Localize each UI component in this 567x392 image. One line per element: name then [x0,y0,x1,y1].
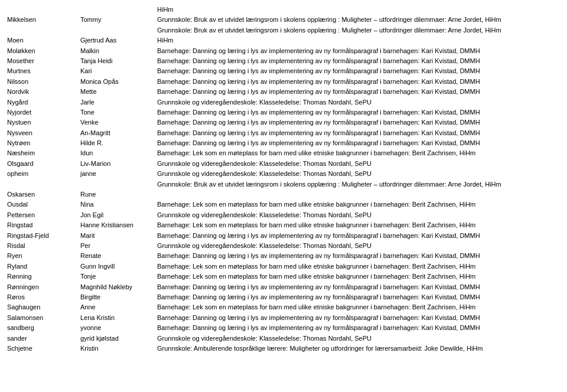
firstname-cell: Mette [78,87,155,96]
table-row: SaghaugenAnneBarnehage: Lek som en møtep… [7,302,560,312]
description-cell: Barnehage: Danning og læring i lys av im… [155,57,560,66]
description-cell: Barnehage: Danning og læring i lys av im… [155,324,560,332]
firstname-cell: Gunn Ingvill [78,262,155,271]
lastname-cell: Moløkken [7,47,78,55]
description-cell: HiHm [155,36,560,45]
description-cell: Grunnskole og videregående­skole: Klasse… [155,98,560,107]
table-row: opheimjanneGrunnskole og videregående­sk… [7,169,560,179]
description-cell [155,190,560,199]
firstname-cell: An-Magritt [78,129,155,138]
table-row: MoenGjertrud AasHiHm [7,35,560,45]
firstname-cell: gyrid kjølstad [78,334,155,343]
firstname-cell: yvonne [78,324,155,332]
lastname-cell: Moen [7,36,78,45]
firstname-cell: Marit [78,231,155,240]
description-cell: Barnehage: Lek som en møteplass for barn… [155,200,560,209]
description-cell: Barnehage: Danning og læring i lys av im… [155,313,560,322]
description-cell: Barnehage: Lek som en møteplass for barn… [155,303,560,312]
description-cell: Barnehage: Danning og læring i lys av im… [155,139,560,148]
lastname-cell: Røros [7,293,78,302]
firstname-cell: Renate [78,251,155,260]
table-row: NytrøenHilde R.Barnehage: Danning og lær… [7,138,560,148]
table-row: Ringstad-FjeldMaritBarnehage: Danning og… [7,231,560,241]
firstname-cell: Magnhild Nøkleby [78,283,155,292]
table-row: RyenRenateBarnehage: Danning og læring i… [7,251,560,261]
lastname-cell: Nystuen [7,118,78,127]
firstname-cell: Hilde R. [78,139,155,148]
description-cell: Barnehage: Lek som en møteplass for barn… [155,221,560,230]
table-row: OskarsenRune [7,190,560,200]
lastname-cell: sander [7,334,78,343]
description-cell: Grunnskole: Bruk av et utvidet læringsro… [155,26,560,35]
table-row: NæsheimIdunBarnehage: Lek som en møtepla… [7,148,560,158]
description-cell: Barnehage: Danning og læring i lys av im… [155,87,560,96]
firstname-cell: Tone [78,108,155,117]
table-row: sandergyrid kjølstadGrunnskole og videre… [7,334,560,344]
firstname-cell: Tonje [78,272,155,281]
lastname-cell: Mikkelsen [7,15,78,24]
table-row: HiHm [7,5,560,15]
table-row: sandbergyvonneBarnehage: Danning og læri… [7,323,560,333]
lastname-cell: Nyjordet [7,108,78,117]
firstname-cell: Idun [78,149,155,158]
description-cell: Grunnskole og videregående­skole: Klasse… [155,211,560,220]
lastname-cell: Pettersen [7,211,78,220]
description-cell: Barnehage: Danning og læring i lys av im… [155,118,560,127]
lastname-cell: opheim [7,169,78,178]
firstname-cell [78,180,155,189]
lastname-cell: Schjetne [7,344,78,353]
firstname-cell: Venke [78,118,155,127]
lastname-cell: Saghaugen [7,303,78,312]
lastname-cell: Ryen [7,251,78,260]
description-cell: HiHm [155,5,560,14]
lastname-cell [7,26,78,35]
description-cell: Barnehage: Danning og læring i lys av im… [155,77,560,86]
table-row: MosetherTanja HeidiBarnehage: Danning og… [7,56,560,66]
description-cell: Barnehage: Danning og læring i lys av im… [155,293,560,302]
lastname-cell: Rønningen [7,283,78,292]
firstname-cell: Gjertrud Aas [78,36,155,45]
description-cell: Barnehage: Lek som en møteplass for barn… [155,272,560,281]
table-row: MurtnesKariBarnehage: Danning og læring … [7,66,560,76]
description-cell: Barnehage: Lek som en møteplass for barn… [155,262,560,271]
table-row: MikkelsenTommyGrunnskole: Bruk av et utv… [7,15,560,25]
lastname-cell: Rønning [7,272,78,281]
table-row: SchjetneKristinGrunnskole: Ambulerende t… [7,344,560,354]
table-row: NordvikMetteBarnehage: Danning og læring… [7,87,560,97]
table-row: RønningTonjeBarnehage: Lek som en møtepl… [7,272,560,282]
table-row: NygårdJarleGrunnskole og videregående­sk… [7,97,560,107]
description-cell: Grunnskole: Bruk av et utvidet læringsro… [155,180,560,189]
lastname-cell: Ringstad [7,221,78,230]
table-row: RønningenMagnhild NøklebyBarnehage: Dann… [7,282,560,292]
description-cell: Grunnskole og videregående­skole: Klasse… [155,334,560,343]
table-row: NyjordetToneBarnehage: Danning og læring… [7,107,560,117]
table-row: PettersenJon EgilGrunnskole og videregåe… [7,210,560,220]
description-cell: Barnehage: Danning og læring i lys av im… [155,283,560,292]
lastname-cell: sandberg [7,324,78,332]
lastname-cell: Nytrøen [7,139,78,148]
table-row: Grunnskole: Bruk av et utvidet læringsro… [7,179,560,190]
lastname-cell: Ryland [7,262,78,271]
description-cell: Barnehage: Danning og læring i lys av im… [155,251,560,260]
lastname-cell: Risdal [7,241,78,250]
description-cell: Barnehage: Danning og læring i lys av im… [155,67,560,76]
table-row: NysveenAn-MagrittBarnehage: Danning og l… [7,128,560,138]
description-cell: Grunnskole og videregående­skole: Klasse… [155,159,560,168]
participants-table: HiHmMikkelsenTommyGrunnskole: Bruk av et… [7,5,560,354]
description-cell: Grunnskole og videregående­skole: Klasse… [155,169,560,178]
firstname-cell: janne [78,169,155,178]
firstname-cell: Malkin [78,47,155,55]
table-row: OusdalNinaBarnehage: Lek som en møteplas… [7,200,560,210]
firstname-cell: Tommy [78,15,155,24]
lastname-cell: Ringstad-Fjeld [7,231,78,240]
firstname-cell: Kari [78,67,155,76]
description-cell: Grunnskole og videregående­skole: Klasse… [155,241,560,250]
firstname-cell: Lena Kristin [78,313,155,322]
firstname-cell: Anne [78,303,155,312]
table-row: RisdalPerGrunnskole og videregående­skol… [7,241,560,251]
firstname-cell: Hanne Kristiansen [78,221,155,230]
table-row: NystuenVenkeBarnehage: Danning og læring… [7,117,560,128]
description-cell: Barnehage: Danning og læring i lys av im… [155,231,560,240]
lastname-cell [7,180,78,189]
lastname-cell: Ousdal [7,200,78,209]
